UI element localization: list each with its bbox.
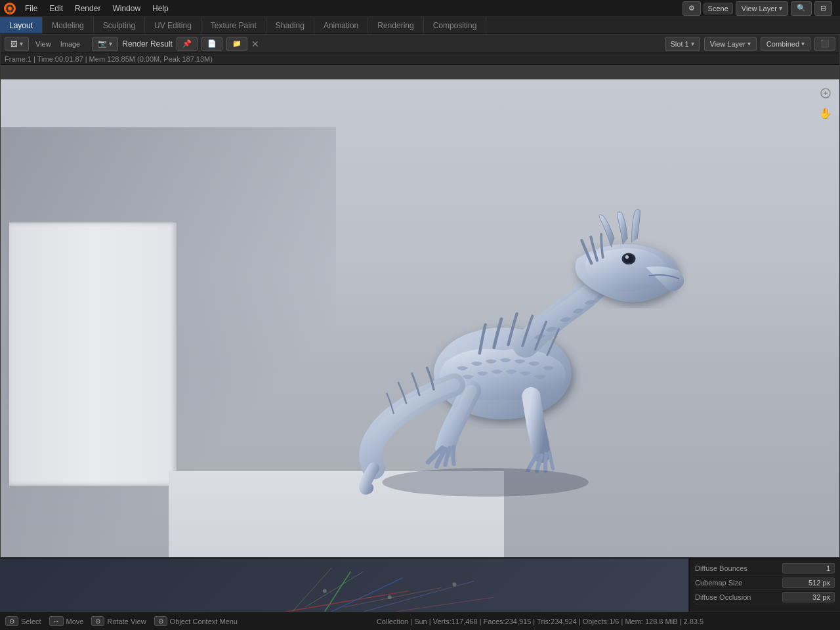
object-context-menu-label: Object Context Menu <box>170 618 238 625</box>
viewport-side-nav: ✋ <box>818 86 833 120</box>
search-btn[interactable]: 🔍 <box>791 1 812 16</box>
scene-selector[interactable]: Scene <box>704 3 733 14</box>
slot-label: Slot 1 <box>671 40 689 48</box>
move-key: ↔ <box>49 616 64 626</box>
properties-panel: Diffuse Bounces 1 Cubemap Size 512 px Di… <box>689 558 840 612</box>
status-bar: ⊙ Select ↔ Move ⊙ Rotate View ⊙ Object C… <box>0 612 840 630</box>
tab-layout[interactable]: Layout <box>0 17 43 33</box>
timeline-viewport[interactable] <box>0 558 689 612</box>
slot-selector[interactable]: Slot 1 ▾ <box>665 37 700 51</box>
cubemap-size-label: Cubemap Size <box>695 579 742 587</box>
render-scene: ✋ <box>1 79 839 557</box>
diffuse-bounces-value[interactable]: 1 <box>782 563 835 574</box>
svg-line-11 <box>325 572 351 612</box>
bottom-viewport-strip: Diffuse Bounces 1 Cubemap Size 512 px Di… <box>0 558 840 612</box>
svg-line-12 <box>286 591 410 612</box>
svg-point-5 <box>624 255 633 263</box>
svg-point-21 <box>452 583 456 587</box>
header-right: ⚙ Scene View Layer ▾ 🔍 ⊟ <box>682 1 837 16</box>
tab-modeling[interactable]: Modeling <box>43 17 94 33</box>
chevron-down-icon: ▾ <box>779 5 782 12</box>
svg-point-2 <box>8 7 12 10</box>
render-close-btn[interactable]: ✕ <box>251 39 259 49</box>
diffuse-occlusion-row: Diffuse Occlusion 32 px <box>695 590 835 604</box>
tab-texture-paint[interactable]: Texture Paint <box>201 17 266 33</box>
tab-rendering[interactable]: Rendering <box>368 17 423 33</box>
image-editor-icon: 🖼 <box>10 40 18 48</box>
scene-box-left <box>9 222 177 485</box>
tab-compositing[interactable]: Compositing <box>424 17 487 33</box>
menu-file[interactable]: File <box>20 3 43 14</box>
render-canvas[interactable]: ✋ <box>1 79 839 557</box>
render-header-right: Slot 1 ▾ View Layer ▾ Combined ▾ ⬛ <box>665 37 836 51</box>
context-menu-key: ⊙ <box>154 616 167 626</box>
menu-help[interactable]: Help <box>147 3 174 14</box>
select-status: ⊙ Select <box>5 616 41 626</box>
tab-uv-editing[interactable]: UV Editing <box>145 17 201 33</box>
hand-icon[interactable]: ✋ <box>818 106 833 120</box>
diffuse-occlusion-value[interactable]: 32 px <box>782 592 835 602</box>
render-full-screen[interactable]: ⬛ <box>814 37 835 51</box>
diffuse-bounces-label: Diffuse Bounces <box>695 564 747 572</box>
filter-icon: ⊟ <box>820 4 826 12</box>
render-new-btn[interactable]: 📄 <box>201 37 222 51</box>
select-label: Select <box>21 618 41 625</box>
chevron-down-icon: ▾ <box>801 40 805 47</box>
render-window-header: 🖼 ▾ View Image 📷 ▾ Render Result 📌 📄 📁 ✕… <box>1 35 839 53</box>
workspace-icon: ⚙ <box>688 4 695 12</box>
search-icon: 🔍 <box>797 4 806 12</box>
render-slot-control[interactable]: 📷 ▾ <box>92 37 118 51</box>
tab-animation[interactable]: Animation <box>314 17 368 33</box>
chevron-down-icon: ▾ <box>747 40 751 47</box>
menu-edit[interactable]: Edit <box>44 3 68 14</box>
diffuse-bounces-row: Diffuse Bounces 1 <box>695 561 835 576</box>
rotate-label: Rotate View <box>107 618 146 625</box>
tab-shading[interactable]: Shading <box>266 17 314 33</box>
move-label: Move <box>66 618 84 625</box>
render-editor-type[interactable]: 🖼 ▾ <box>5 37 29 51</box>
svg-line-14 <box>305 572 364 607</box>
chevron-down-icon: ▾ <box>691 40 694 47</box>
cubemap-size-row: Cubemap Size 512 px <box>695 576 835 590</box>
context-menu-status: ⊙ Object Context Menu <box>154 616 238 626</box>
frame-info-text: Frame:1 | Time:00:01.87 | Mem:128.85M (0… <box>5 55 213 63</box>
diffuse-occlusion-label: Diffuse Occlusion <box>695 593 751 601</box>
svg-point-19 <box>323 589 327 593</box>
select-key: ⊙ <box>5 616 18 626</box>
move-status: ↔ Move <box>49 616 84 626</box>
render-image-menu[interactable]: Image <box>58 40 83 48</box>
view-layer-selector[interactable]: View Layer ▾ <box>736 1 788 16</box>
render-view-menu[interactable]: View <box>33 40 54 48</box>
cubemap-size-value[interactable]: 512 px <box>782 578 835 588</box>
render-header-left: 🖼 ▾ View Image <box>5 37 83 51</box>
status-center-info: Collection | Sun | Verts:117,468 | Faces… <box>377 618 704 625</box>
svg-point-20 <box>388 595 392 599</box>
svg-point-7 <box>382 469 588 497</box>
menu-render[interactable]: Render <box>70 3 106 14</box>
top-menu-bar: File Edit Render Window Help ⚙ Scene Vie… <box>0 0 840 17</box>
svg-line-18 <box>396 597 494 612</box>
combined-label: Combined <box>766 40 799 48</box>
rotate-status: ⊙ Rotate View <box>91 616 146 626</box>
combined-selector[interactable]: Combined ▾ <box>761 37 810 51</box>
tab-sculpting[interactable]: Sculpting <box>94 17 145 33</box>
zoom-in-icon[interactable] <box>818 86 833 100</box>
timeline-scene <box>0 558 688 612</box>
menu-items: File Edit Render Window Help <box>20 3 174 14</box>
render-result-label: Render Result <box>122 39 173 49</box>
center-stats: Collection | Sun | Verts:117,468 | Faces… <box>377 618 704 625</box>
workspace-selector[interactable]: ⚙ <box>682 1 701 16</box>
render-folder-btn[interactable]: 📁 <box>226 37 247 51</box>
rotate-key: ⊙ <box>91 616 104 626</box>
render-pin-btn[interactable]: 📌 <box>177 37 198 51</box>
view-layer-render-label: View Layer <box>710 40 746 48</box>
filter-btn[interactable]: ⊟ <box>814 1 832 16</box>
blender-logo <box>3 1 17 16</box>
menu-window[interactable]: Window <box>107 3 146 14</box>
chevron-down-icon: ▾ <box>20 40 23 47</box>
view-layer-label: View Layer <box>742 5 777 12</box>
svg-line-15 <box>345 587 442 607</box>
view-layer-render-selector[interactable]: View Layer ▾ <box>704 37 757 51</box>
chevron-down-icon: ▾ <box>109 40 112 47</box>
workspace-tabs: Layout Modeling Sculpting UV Editing Tex… <box>0 17 840 34</box>
